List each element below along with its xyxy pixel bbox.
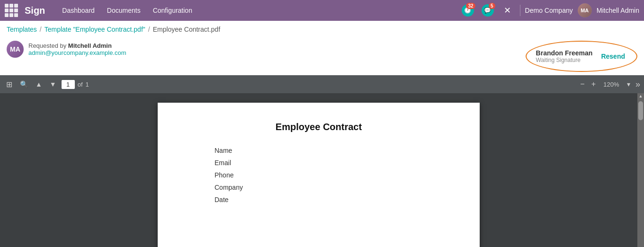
breadcrumb: Templates / Template "Employee Contract.… [0, 21, 644, 38]
messages-count: 5 [489, 3, 495, 9]
search-button[interactable]: 🔍 [18, 79, 30, 89]
requester-label: Requested by Mitchell Admin [28, 42, 126, 49]
nav-documents[interactable]: Documents [102, 4, 145, 17]
breadcrumb-template[interactable]: Template "Employee Contract.pdf" [45, 26, 145, 33]
activity-count: 32 [466, 3, 475, 9]
zoom-area: − + 120% ▾ [578, 79, 633, 90]
brand-logo: Sign [25, 5, 45, 16]
sidebar-toggle-button[interactable]: ⊞ [4, 79, 15, 90]
list-item: Date [215, 196, 451, 203]
messages-button[interactable]: 💬 5 [480, 3, 495, 18]
requested-by-text: Requested by [28, 42, 66, 49]
signer-card: Brandon Freeman Waiting Signature [532, 47, 597, 65]
requester-info: Requested by Mitchell Admin admin@yourco… [28, 42, 126, 56]
signer-highlight: Brandon Freeman Waiting Signature Resend [526, 41, 637, 72]
pdf-toolbar: ⊞ 🔍 ▲ ▼ 1 of 1 − + 120% ▾ » [0, 75, 644, 93]
prev-page-button[interactable]: ▲ [33, 79, 45, 89]
list-item: Company [215, 184, 451, 191]
requester-avatar-initials: MA [7, 41, 24, 58]
page-of-label: of [78, 81, 83, 88]
username: Mitchell Admin [597, 7, 639, 14]
page-number-input[interactable]: 1 [62, 80, 75, 89]
activity-button[interactable]: 🕐 32 [460, 3, 475, 18]
list-item: Phone [215, 171, 451, 179]
topbar-right: 🕐 32 💬 5 ✕ Demo Company MA Mitchell Admi… [460, 3, 639, 18]
divider [520, 5, 520, 16]
requester-avatar: MA [7, 41, 24, 58]
signer-status: Waiting Signature [536, 57, 581, 63]
list-item: Name [215, 147, 451, 154]
expand-button[interactable]: » [635, 79, 640, 89]
signer-section: Brandon Freeman Waiting Signature Resend [526, 41, 637, 72]
list-item: Email [215, 159, 451, 167]
main-nav: Dashboard Documents Configuration [57, 4, 455, 17]
nav-dashboard[interactable]: Dashboard [57, 4, 99, 17]
zoom-out-button[interactable]: − [578, 79, 587, 90]
pdf-scrollbar: ▲ ▼ [637, 93, 644, 247]
pdf-viewer: Employee Contract Name Email Phone Compa… [0, 93, 644, 247]
page-total: 1 [86, 81, 89, 88]
scrollbar-thumb[interactable] [638, 101, 643, 120]
pdf-page-title: Employee Contract [186, 122, 451, 132]
close-button[interactable]: ✕ [500, 3, 515, 18]
info-bar: MA Requested by Mitchell Admin admin@you… [0, 38, 644, 75]
pdf-content-area: Employee Contract Name Email Phone Compa… [0, 93, 637, 247]
nav-configuration[interactable]: Configuration [148, 4, 197, 17]
resend-button[interactable]: Resend [598, 51, 628, 62]
breadcrumb-sep-2: / [148, 26, 150, 33]
breadcrumb-templates[interactable]: Templates [7, 26, 37, 33]
signer-name: Brandon Freeman [536, 49, 593, 57]
user-avatar[interactable]: MA [578, 3, 592, 18]
pdf-page: Employee Contract Name Email Phone Compa… [158, 103, 480, 247]
breadcrumb-sep-1: / [40, 26, 42, 33]
pdf-fields: Name Email Phone Company Date [186, 147, 451, 203]
requester-name: Mitchell Admin [68, 42, 112, 49]
zoom-level: 120% [600, 81, 623, 88]
requester-email[interactable]: admin@yourcompany.example.com [28, 49, 126, 56]
zoom-dropdown-button[interactable]: ▾ [625, 79, 633, 89]
zoom-in-button[interactable]: + [589, 79, 598, 90]
company-name: Demo Company [525, 7, 573, 14]
apps-grid-icon[interactable] [5, 4, 18, 17]
next-page-button[interactable]: ▼ [47, 79, 59, 89]
requester-section: MA Requested by Mitchell Admin admin@you… [7, 41, 126, 58]
scrollbar-track[interactable] [637, 99, 644, 247]
scroll-up-button[interactable]: ▲ [637, 93, 644, 99]
breadcrumb-current: Employee Contract.pdf [153, 26, 220, 33]
topbar: Sign Dashboard Documents Configuration 🕐… [0, 0, 644, 21]
